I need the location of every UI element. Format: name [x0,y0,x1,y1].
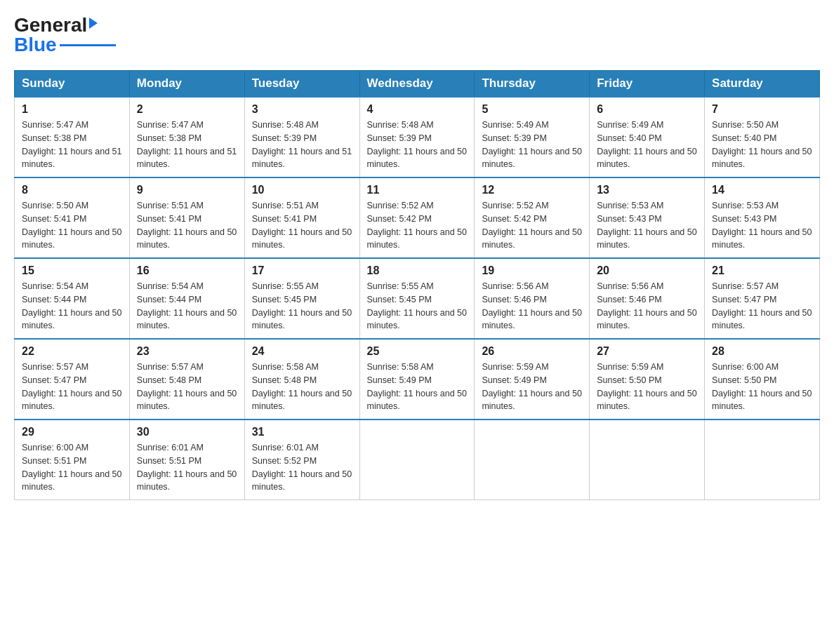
day-number: 22 [22,345,122,358]
day-info: Sunrise: 5:51 AM Sunset: 5:41 PM Dayligh… [252,199,352,252]
calendar-cell: 18 Sunrise: 5:55 AM Sunset: 5:45 PM Dayl… [359,258,475,339]
page-header: General Blue [14,14,820,56]
day-number: 8 [22,184,122,196]
weekday-header: Saturday [705,71,820,98]
day-number: 20 [597,264,697,277]
calendar-header-row: SundayMondayTuesdayWednesdayThursdayFrid… [15,71,820,98]
weekday-header: Thursday [475,71,590,98]
calendar-cell: 9 Sunrise: 5:51 AM Sunset: 5:41 PM Dayli… [129,177,244,258]
day-info: Sunrise: 5:56 AM Sunset: 5:46 PM Dayligh… [597,280,697,333]
calendar-cell: 2 Sunrise: 5:47 AM Sunset: 5:38 PM Dayli… [129,97,244,177]
day-info: Sunrise: 5:47 AM Sunset: 5:38 PM Dayligh… [137,119,237,171]
day-info: Sunrise: 5:58 AM Sunset: 5:49 PM Dayligh… [367,361,468,413]
day-number: 10 [252,184,352,196]
calendar-cell: 29 Sunrise: 6:00 AM Sunset: 5:51 PM Dayl… [15,420,130,500]
day-number: 25 [367,345,468,358]
day-info: Sunrise: 5:49 AM Sunset: 5:40 PM Dayligh… [597,119,697,171]
calendar-cell: 13 Sunrise: 5:53 AM Sunset: 5:43 PM Dayl… [590,177,705,258]
day-info: Sunrise: 5:49 AM Sunset: 5:39 PM Dayligh… [482,119,582,171]
day-info: Sunrise: 5:57 AM Sunset: 5:47 PM Dayligh… [712,280,812,333]
day-info: Sunrise: 6:01 AM Sunset: 5:51 PM Dayligh… [137,441,237,494]
day-number: 27 [597,345,697,358]
day-info: Sunrise: 5:59 AM Sunset: 5:49 PM Dayligh… [482,361,582,413]
logo-underline [60,44,116,46]
day-number: 3 [252,103,352,116]
day-number: 13 [597,184,697,196]
day-info: Sunrise: 5:56 AM Sunset: 5:46 PM Dayligh… [482,280,582,333]
calendar-cell: 30 Sunrise: 6:01 AM Sunset: 5:51 PM Dayl… [129,420,244,500]
calendar-cell: 5 Sunrise: 5:49 AM Sunset: 5:39 PM Dayli… [475,97,590,177]
day-number: 26 [482,345,582,358]
weekday-header: Tuesday [244,71,359,98]
day-info: Sunrise: 6:00 AM Sunset: 5:51 PM Dayligh… [22,441,122,494]
calendar-cell: 28 Sunrise: 6:00 AM Sunset: 5:50 PM Dayl… [705,339,820,420]
day-info: Sunrise: 5:55 AM Sunset: 5:45 PM Dayligh… [252,280,352,333]
day-number: 7 [712,103,812,116]
day-number: 31 [252,426,352,438]
day-number: 5 [482,103,582,116]
day-info: Sunrise: 5:54 AM Sunset: 5:44 PM Dayligh… [137,280,237,333]
weekday-header: Sunday [15,71,130,98]
day-info: Sunrise: 5:52 AM Sunset: 5:42 PM Dayligh… [367,199,468,252]
calendar-cell: 26 Sunrise: 5:59 AM Sunset: 5:49 PM Dayl… [475,339,590,420]
calendar-cell: 1 Sunrise: 5:47 AM Sunset: 5:38 PM Dayli… [15,97,130,177]
day-number: 16 [137,264,237,277]
weekday-header: Wednesday [359,71,475,98]
day-info: Sunrise: 5:47 AM Sunset: 5:38 PM Dayligh… [22,119,122,171]
day-info: Sunrise: 5:50 AM Sunset: 5:41 PM Dayligh… [22,199,122,252]
calendar-cell: 15 Sunrise: 5:54 AM Sunset: 5:44 PM Dayl… [15,258,130,339]
calendar-cell [590,420,705,500]
day-info: Sunrise: 5:58 AM Sunset: 5:48 PM Dayligh… [252,361,352,413]
day-number: 18 [367,264,468,277]
calendar-cell: 17 Sunrise: 5:55 AM Sunset: 5:45 PM Dayl… [244,258,359,339]
day-number: 29 [22,426,122,438]
day-info: Sunrise: 5:48 AM Sunset: 5:39 PM Dayligh… [367,119,468,171]
calendar-cell: 27 Sunrise: 5:59 AM Sunset: 5:50 PM Dayl… [590,339,705,420]
calendar-week-row: 1 Sunrise: 5:47 AM Sunset: 5:38 PM Dayli… [15,97,820,177]
calendar-cell: 11 Sunrise: 5:52 AM Sunset: 5:42 PM Dayl… [359,177,475,258]
calendar-cell: 8 Sunrise: 5:50 AM Sunset: 5:41 PM Dayli… [15,177,130,258]
day-number: 14 [712,184,812,196]
calendar-cell [359,420,475,500]
day-info: Sunrise: 5:53 AM Sunset: 5:43 PM Dayligh… [712,199,812,252]
calendar-week-row: 15 Sunrise: 5:54 AM Sunset: 5:44 PM Dayl… [15,258,820,339]
logo-arrow-icon [89,18,98,29]
calendar-cell: 19 Sunrise: 5:56 AM Sunset: 5:46 PM Dayl… [475,258,590,339]
day-info: Sunrise: 5:53 AM Sunset: 5:43 PM Dayligh… [597,199,697,252]
day-info: Sunrise: 5:55 AM Sunset: 5:45 PM Dayligh… [367,280,468,333]
day-info: Sunrise: 5:57 AM Sunset: 5:48 PM Dayligh… [137,361,237,413]
day-number: 23 [137,345,237,358]
day-info: Sunrise: 5:59 AM Sunset: 5:50 PM Dayligh… [597,361,697,413]
calendar-cell: 23 Sunrise: 5:57 AM Sunset: 5:48 PM Dayl… [129,339,244,420]
logo: General Blue [14,14,116,56]
calendar-week-row: 29 Sunrise: 6:00 AM Sunset: 5:51 PM Dayl… [15,420,820,500]
day-number: 4 [367,103,468,116]
day-info: Sunrise: 5:54 AM Sunset: 5:44 PM Dayligh… [22,280,122,333]
calendar-cell: 24 Sunrise: 5:58 AM Sunset: 5:48 PM Dayl… [244,339,359,420]
day-number: 9 [137,184,237,196]
day-number: 19 [482,264,582,277]
day-number: 12 [482,184,582,196]
calendar-cell: 7 Sunrise: 5:50 AM Sunset: 5:40 PM Dayli… [705,97,820,177]
day-number: 2 [137,103,237,116]
day-number: 24 [252,345,352,358]
day-number: 1 [22,103,122,116]
day-number: 6 [597,103,697,116]
calendar-cell: 31 Sunrise: 6:01 AM Sunset: 5:52 PM Dayl… [244,420,359,500]
calendar-cell: 10 Sunrise: 5:51 AM Sunset: 5:41 PM Dayl… [244,177,359,258]
day-number: 21 [712,264,812,277]
calendar-cell: 3 Sunrise: 5:48 AM Sunset: 5:39 PM Dayli… [244,97,359,177]
calendar-cell: 6 Sunrise: 5:49 AM Sunset: 5:40 PM Dayli… [590,97,705,177]
weekday-header: Monday [129,71,244,98]
calendar-cell [705,420,820,500]
day-info: Sunrise: 5:50 AM Sunset: 5:40 PM Dayligh… [712,119,812,171]
calendar-cell: 16 Sunrise: 5:54 AM Sunset: 5:44 PM Dayl… [129,258,244,339]
calendar-cell: 4 Sunrise: 5:48 AM Sunset: 5:39 PM Dayli… [359,97,475,177]
calendar-table: SundayMondayTuesdayWednesdayThursdayFrid… [14,70,820,500]
day-info: Sunrise: 6:01 AM Sunset: 5:52 PM Dayligh… [252,441,352,494]
day-number: 28 [712,345,812,358]
calendar-cell [475,420,590,500]
calendar-cell: 25 Sunrise: 5:58 AM Sunset: 5:49 PM Dayl… [359,339,475,420]
day-number: 30 [137,426,237,438]
calendar-week-row: 8 Sunrise: 5:50 AM Sunset: 5:41 PM Dayli… [15,177,820,258]
